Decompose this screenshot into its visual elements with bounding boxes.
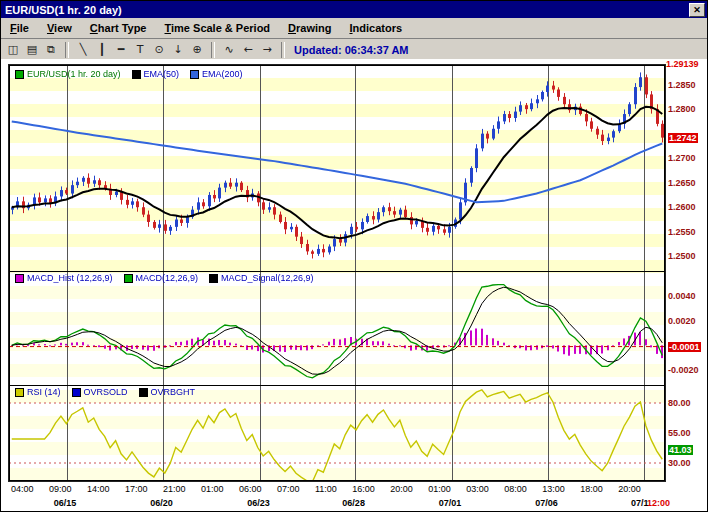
toolbar-separator: [65, 42, 69, 58]
x-axis-time: 13:00: [542, 484, 565, 494]
toolbar-icons: ◫▤⧉╲┃━T⊙↓⊕∿←→: [4, 41, 289, 58]
legend-macd-hist-swatch: [15, 274, 24, 283]
x-axis-date: 06/15: [54, 498, 77, 508]
menu-bar: FileViewChart TypeTime Scale & PeriodDra…: [1, 18, 707, 39]
axis-label: 0.0040: [668, 291, 696, 301]
x-axis-time: 01:00: [428, 484, 451, 494]
updated-timestamp: Updated: 06:34:37 AM: [294, 44, 409, 56]
legend-macd-swatch: [124, 274, 133, 283]
arrow-down-tool-icon[interactable]: ↓: [169, 41, 187, 58]
axis-label: 1.2800: [668, 104, 696, 114]
wave-tool-icon[interactable]: ∿: [220, 41, 238, 58]
legend-ema50: EMA(50): [132, 69, 180, 79]
x-axis-time: 03:00: [466, 484, 489, 494]
app-window: EUR/USD(1 hr. 20 day) ✕ FileViewChart Ty…: [0, 0, 708, 512]
copy-icon[interactable]: ⧉: [42, 41, 60, 58]
legend-symbol-label: EUR/USD(1 hr. 20 day): [27, 69, 121, 79]
axis-label: 1.2600: [668, 202, 696, 212]
legend-ovrbght-label: OVRBGHT: [151, 387, 196, 397]
x-axis-current-time: 12:00: [647, 498, 670, 508]
menu-chart-type[interactable]: Chart Type: [81, 20, 156, 36]
x-axis-date: 07/01: [439, 498, 462, 508]
text-tool-icon[interactable]: T: [131, 41, 149, 58]
legend-ema50-label: EMA(50): [144, 69, 180, 79]
x-axis-time: 17:00: [125, 484, 148, 494]
legend-ema200: EMA(200): [190, 69, 243, 79]
x-axis-time: 20:00: [390, 484, 413, 494]
legend-macd-signal-swatch: [209, 274, 218, 283]
legend-symbol-swatch: [15, 70, 24, 79]
legend-rsi: RSI (14): [15, 387, 61, 397]
axis-label: -0.0020: [668, 365, 699, 375]
vertical-line-tool-icon[interactable]: ┃: [93, 41, 111, 58]
x-axis-time: 09:00: [49, 484, 72, 494]
x-axis-time: 11:00: [315, 484, 337, 494]
axis-label: 1.2550: [668, 227, 696, 237]
axis-label: 30.00: [668, 458, 691, 468]
legend-macd-label: MACD(12,26,9): [136, 273, 199, 283]
title-bar: EUR/USD(1 hr. 20 day) ✕: [1, 1, 707, 18]
menu-file[interactable]: File: [1, 20, 38, 36]
axis-label: 55.00: [668, 428, 691, 438]
horizontal-line-tool-icon[interactable]: ━: [112, 41, 130, 58]
legend-rsi-label: RSI (14): [27, 387, 61, 397]
legend-ema200-swatch: [190, 70, 199, 79]
axis-top-price: 1.29139: [666, 59, 699, 69]
x-axis-time: 01:00: [201, 484, 224, 494]
legend-ema200-label: EMA(200): [202, 69, 243, 79]
print-icon[interactable]: ▤: [23, 41, 41, 58]
axis-label: 41.03: [668, 445, 693, 455]
trendline-tool-icon[interactable]: ╲: [74, 41, 92, 58]
legend-macd-signal-label: MACD_Signal(12,26,9): [221, 273, 314, 283]
axis-label: -0.0001: [668, 342, 701, 352]
x-axis-date: 07/1: [631, 498, 649, 508]
axis-label: 0.0020: [668, 316, 696, 326]
point-tool-icon[interactable]: ⊙: [150, 41, 168, 58]
menu-view[interactable]: View: [38, 20, 81, 36]
axis-label: 1.2500: [668, 251, 696, 261]
close-button[interactable]: ✕: [689, 3, 705, 17]
axis-label: 1.2850: [668, 80, 696, 90]
legend-ema50-swatch: [132, 70, 141, 79]
legend-rsi-swatch: [15, 388, 24, 397]
toolbar-separator: [211, 42, 215, 58]
legend-ovrsold-label: OVRSOLD: [84, 387, 128, 397]
legend-ovrsold-swatch: [72, 388, 81, 397]
menu-time-scale-period[interactable]: Time Scale & Period: [156, 20, 280, 36]
toolbar-separator: [281, 42, 285, 58]
menu-indicators[interactable]: Indicators: [340, 20, 411, 36]
rsi-panel-legend: RSI (14)OVRSOLDOVRBGHT: [15, 387, 195, 397]
axis-label: 1.2650: [668, 178, 696, 188]
chart-area: 1.29139 EUR/USD(1 hr. 20 day)EMA(50)EMA(…: [1, 59, 708, 512]
arrow-right-icon[interactable]: →: [258, 41, 276, 58]
legend-ovrbght-swatch: [139, 388, 148, 397]
x-axis-time: 08:00: [504, 484, 527, 494]
x-axis-time: 20:00: [618, 484, 641, 494]
x-axis-times: 04:0009:0014:0017:0021:0001:0006:0007:00…: [11, 484, 641, 494]
zoom-in-icon[interactable]: ⊕: [188, 41, 206, 58]
menu-drawing[interactable]: Drawing: [279, 20, 340, 36]
x-axis-date: 06/28: [342, 498, 365, 508]
x-axis-time: 07:00: [277, 484, 300, 494]
x-axis-time: 18:00: [580, 484, 603, 494]
axis-label: 1.2700: [668, 153, 696, 163]
legend-symbol: EUR/USD(1 hr. 20 day): [15, 69, 121, 79]
legend-macd-hist: MACD_Hist (12,26,9): [15, 273, 113, 283]
legend-macd: MACD(12,26,9): [124, 273, 199, 283]
legend-ovrbght: OVRBGHT: [139, 387, 196, 397]
x-axis-time: 21:00: [163, 484, 186, 494]
toolbar: ◫▤⧉╲┃━T⊙↓⊕∿←→ Updated: 06:34:37 AM: [1, 39, 707, 61]
legend-macd-hist-label: MACD_Hist (12,26,9): [27, 273, 113, 283]
x-axis-time: 14:00: [87, 484, 110, 494]
x-axis-date: 06/20: [150, 498, 173, 508]
price-panel-legend: EUR/USD(1 hr. 20 day)EMA(50)EMA(200): [15, 69, 243, 79]
arrow-left-icon[interactable]: ←: [239, 41, 257, 58]
x-axis-time: 06:00: [239, 484, 262, 494]
x-axis-time: 04:00: [11, 484, 34, 494]
x-axis-date: 06/23: [247, 498, 270, 508]
window-title: EUR/USD(1 hr. 20 day): [1, 4, 689, 16]
macd-panel-legend: MACD_Hist (12,26,9)MACD(12,26,9)MACD_Sig…: [15, 273, 314, 283]
candle-chart-icon[interactable]: ◫: [4, 41, 22, 58]
legend-macd-signal: MACD_Signal(12,26,9): [209, 273, 314, 283]
x-axis-time: 16:00: [352, 484, 375, 494]
